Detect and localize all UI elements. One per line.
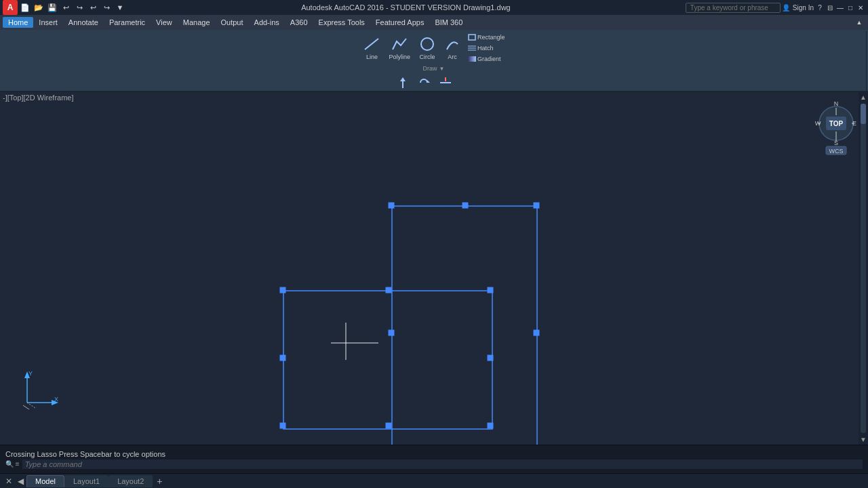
ribbon-modify-group: Move Rotate Trim Mirror Copy Scale [1, 73, 867, 92]
draw-group-label: Draw ▼ [5, 65, 862, 72]
window-menu-button[interactable]: ⊟ [825, 3, 835, 12]
tab-bar-expand[interactable]: ◀ [15, 476, 26, 486]
draw-polyline-button[interactable]: Polyline [385, 34, 414, 62]
arc-label: Arc [448, 54, 457, 60]
maximize-button[interactable]: □ [846, 3, 855, 12]
canvas[interactable] [0, 92, 868, 445]
menu-bim360[interactable]: BIM 360 [429, 17, 468, 28]
scrollbar-down[interactable]: ▼ [859, 434, 868, 445]
svg-rect-92 [280, 355, 285, 361]
command-prompt-icons[interactable]: 🔍 ≡ [5, 460, 20, 468]
menu-manage[interactable]: Manage [178, 17, 216, 28]
svg-rect-80 [389, 203, 394, 208]
qat-redo2[interactable]: ↪ [100, 1, 113, 14]
polyline-label: Polyline [389, 54, 410, 60]
menu-a360[interactable]: A360 [285, 17, 313, 28]
svg-line-0 [365, 39, 378, 49]
view-label: -][Top][2D Wireframe] [3, 94, 74, 102]
title-text: Autodesk AutoCAD 2016 - STUDENT VERSION … [127, 3, 684, 12]
tab-bar-close[interactable]: ✕ [3, 476, 15, 486]
svg-rect-93 [488, 355, 493, 361]
modify-rotate[interactable]: Rotate [414, 75, 435, 92]
scrollbar-track [861, 104, 866, 433]
menu-annotate[interactable]: Annotate [63, 17, 104, 28]
svg-rect-89 [280, 287, 285, 293]
svg-rect-81 [462, 203, 468, 208]
svg-rect-94 [280, 423, 285, 428]
svg-rect-96 [488, 423, 493, 428]
ucs-icon: Y X [20, 369, 61, 411]
draw-line-button[interactable]: Line [360, 34, 383, 62]
menu-output[interactable]: Output [216, 17, 249, 28]
svg-rect-84 [534, 330, 539, 336]
scrollbar-thumb[interactable] [861, 104, 866, 124]
qat-save[interactable]: 💾 [46, 1, 58, 14]
svg-text:X: X [54, 396, 58, 403]
tab-layout2[interactable]: Layout2 [108, 475, 153, 487]
draw-hatch-button[interactable]: Hatch [466, 43, 507, 53]
draw-rect-button[interactable]: Rectangle [466, 33, 507, 42]
menu-insert[interactable]: Insert [33, 17, 63, 28]
autocad-app-icon[interactable]: A [3, 0, 18, 15]
svg-text:WCS: WCS [829, 148, 844, 155]
sign-in-label[interactable]: Sign In [793, 4, 814, 12]
qat-open[interactable]: 📂 [33, 1, 45, 14]
menu-featured[interactable]: Featured Apps [370, 17, 430, 28]
svg-rect-82 [534, 203, 539, 208]
qat-undo2[interactable]: ↩ [87, 1, 99, 14]
command-area: Crossing Lasso Press Spacebar to cycle o… [0, 445, 868, 473]
menu-view[interactable]: View [151, 17, 178, 28]
tab-layout1[interactable]: Layout1 [64, 475, 108, 487]
svg-marker-8 [427, 80, 430, 83]
ribbon-collapse[interactable]: ▲ [853, 16, 865, 28]
svg-rect-91 [488, 287, 493, 293]
qat-redo[interactable]: ↪ [73, 1, 85, 14]
qat-new[interactable]: 📄 [19, 1, 31, 14]
scrollbar-vertical[interactable]: ▲ ▼ [859, 92, 868, 445]
tab-model[interactable]: Model [26, 475, 64, 487]
scrollbar-up[interactable]: ▲ [859, 92, 868, 102]
svg-line-118 [27, 403, 35, 408]
line-label: Line [366, 54, 378, 60]
command-status: Crossing Lasso Press Spacebar to cycle o… [5, 450, 863, 458]
svg-marker-7 [400, 77, 406, 88]
minimize-button[interactable]: — [835, 3, 845, 12]
qat-extra[interactable]: ▼ [114, 1, 126, 14]
draw-gradient-button[interactable]: Gradient [466, 54, 507, 64]
menu-parametric[interactable]: Parametric [104, 17, 151, 28]
svg-text:TOP: TOP [829, 120, 844, 127]
svg-rect-2 [469, 35, 475, 40]
svg-rect-6 [468, 56, 476, 62]
svg-rect-90 [386, 287, 391, 293]
search-input[interactable] [686, 3, 781, 13]
tab-bar: ✕ ◀ Model Layout1 Layout2 + [0, 473, 868, 488]
draw-circle-button[interactable]: Circle [416, 34, 439, 62]
draw-arc-button[interactable]: Arc [441, 34, 464, 62]
menu-home[interactable]: Home [3, 17, 33, 28]
compass: TOP N S E W WCS [812, 98, 860, 152]
ribbon-draw-group: Line Polyline Circle Arc [1, 31, 867, 73]
circle-label: Circle [419, 54, 435, 60]
svg-text:N: N [834, 100, 839, 107]
sign-in-icon: 👤 [782, 4, 790, 12]
qat-undo[interactable]: ↩ [60, 1, 72, 14]
command-input[interactable] [22, 460, 863, 469]
svg-text:Y: Y [28, 370, 33, 377]
svg-rect-95 [386, 423, 391, 428]
menu-addins[interactable]: Add-ins [249, 17, 285, 28]
modify-trim[interactable]: Trim [436, 75, 455, 92]
help-button[interactable]: ? [815, 3, 825, 12]
svg-rect-83 [389, 330, 394, 336]
tab-add-button[interactable]: + [153, 474, 166, 488]
close-button[interactable]: ✕ [856, 3, 865, 12]
modify-move[interactable]: Move [393, 75, 412, 92]
svg-point-1 [421, 38, 433, 50]
menu-express[interactable]: Express Tools [313, 17, 370, 28]
svg-rect-78 [0, 92, 868, 445]
svg-line-119 [23, 405, 31, 409]
